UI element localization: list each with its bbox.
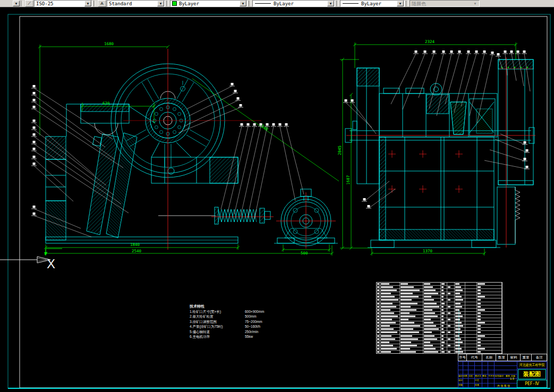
stage-header-label: 重量	[506, 374, 510, 377]
part-balloon	[33, 206, 36, 208]
technical-notes: 技术特性 1.给矿口尺寸(宽×长)600×900mm2.最大给矿粒度500mm3…	[190, 304, 285, 339]
revision-label: 分区	[468, 374, 475, 377]
part-balloon	[491, 52, 494, 54]
svg-text:620: 620	[103, 101, 110, 106]
notes-title: 技术特性	[190, 304, 285, 309]
parts-list-header: 序号代号名称数量材料重量备注	[458, 354, 547, 361]
centerlines	[123, 49, 535, 250]
part-balloon	[234, 90, 237, 92]
part-balloon	[475, 50, 478, 53]
lower-housing	[368, 137, 500, 248]
part-balloon	[368, 205, 370, 208]
part-balloon	[467, 50, 470, 53]
part-balloon	[247, 123, 250, 126]
part-balloon	[33, 85, 36, 88]
part-balloon	[33, 163, 36, 165]
parts-list-row	[377, 351, 502, 353]
part-balloon	[33, 141, 36, 143]
part-balloon	[33, 120, 36, 122]
note-line: 5.偏心轴转速250r/min	[190, 329, 285, 335]
role-label: 审核	[458, 384, 463, 386]
part-balloon	[272, 123, 275, 126]
part-balloon	[504, 50, 507, 53]
svg-text:1370: 1370	[423, 249, 433, 253]
svg-text:2324: 2324	[425, 39, 435, 44]
part-balloon	[526, 166, 529, 168]
part-balloon	[523, 50, 526, 53]
part-balloon	[33, 156, 36, 158]
parts-list-header-cell: 数量	[496, 354, 508, 361]
note-line: 1.给矿口尺寸(宽×长)600×900mm	[190, 309, 285, 314]
svg-text:2540: 2540	[132, 249, 142, 253]
part-balloon	[33, 148, 36, 150]
parts-list-table	[376, 282, 502, 354]
part-balloon	[497, 53, 500, 56]
bearing-left	[450, 102, 466, 134]
parts-list-header-cell: 代号	[467, 354, 483, 361]
part-balloon	[483, 50, 486, 53]
part-balloon	[33, 126, 36, 129]
part-balloon	[415, 50, 417, 53]
part-balloon	[240, 104, 242, 107]
part-balloon	[526, 149, 529, 152]
drawing-name-cell: 装配图	[518, 369, 546, 379]
part-balloon	[517, 50, 519, 53]
cell-crosses	[388, 150, 463, 193]
svg-text:500: 500	[301, 251, 308, 255]
part-balloon	[33, 212, 36, 215]
title-block: 标记处数分区更改文件号签名年月日 设计审核工艺批准 阶段标记重量比例 1:5 共…	[458, 361, 547, 388]
note-line: 6.主电机功率55kw	[190, 334, 285, 339]
sheet-info: 共 张 第 张	[497, 384, 510, 387]
parts-list-header-cell: 重量	[521, 354, 532, 361]
dim-1840: 1840	[44, 242, 240, 255]
view-x-label: X	[47, 257, 55, 271]
view-direction-marker: X	[0, 249, 62, 271]
left-view-crusher	[46, 64, 338, 246]
part-balloon	[253, 123, 256, 126]
part-balloon	[33, 99, 36, 101]
part-balloon	[260, 123, 262, 126]
bearing-right	[470, 99, 495, 136]
part-balloon	[450, 50, 453, 53]
parts-list-header-cell: 序号	[458, 354, 467, 361]
part-balloon	[510, 50, 513, 53]
svg-text:2845: 2845	[337, 146, 342, 155]
part-balloon	[433, 50, 436, 53]
svg-text:1687: 1687	[346, 175, 351, 185]
revision-label: 年月日	[488, 374, 495, 377]
svg-text:1840: 1840	[130, 242, 140, 247]
role-label: 工艺	[475, 379, 479, 381]
part-balloon	[524, 141, 526, 144]
part-balloon	[424, 50, 427, 53]
note-line: 3.排矿口调整范围75~200mm	[190, 319, 285, 325]
part-balloon	[231, 83, 234, 86]
part-balloon	[363, 198, 366, 201]
autocad-window: ▼ ⟋ ISO-25 ▼ A Standard ▼ ByLayer ▼ ByLa…	[0, 0, 554, 392]
svg-text:1680: 1680	[104, 41, 114, 46]
part-balloon	[241, 123, 243, 126]
part-balloon	[33, 106, 36, 108]
school-name-cell: 河北建筑工程学院	[517, 361, 547, 369]
dim-1370: 1370	[370, 249, 486, 255]
part-balloon	[442, 50, 445, 53]
part-balloon	[351, 99, 354, 102]
revision-label: 更改文件号	[475, 374, 481, 377]
part-balloon	[458, 50, 461, 53]
parts-list-header-cell: 名称	[482, 354, 496, 361]
drawing-number-cell: PEF-Ⅳ	[517, 380, 547, 388]
part-balloon	[345, 99, 347, 102]
part-balloon	[279, 123, 282, 126]
part-balloon	[237, 97, 240, 100]
scale-value: 1:5	[510, 377, 514, 381]
stage-header-label: 阶段标记	[495, 374, 504, 377]
part-balloon	[33, 92, 36, 95]
part-balloon	[524, 158, 526, 160]
part-balloon	[266, 123, 269, 126]
role-label: 设计	[458, 379, 463, 381]
parts-list-header-cell: 材料	[508, 354, 521, 361]
dim-1687: 1687	[346, 93, 353, 250]
belt-pulley-section	[497, 187, 520, 244]
note-line: 4.产量(排矿口为75时)50~160t/h	[190, 324, 285, 329]
parts-list-header-cell: 备注	[532, 354, 547, 361]
part-balloon	[33, 133, 36, 136]
